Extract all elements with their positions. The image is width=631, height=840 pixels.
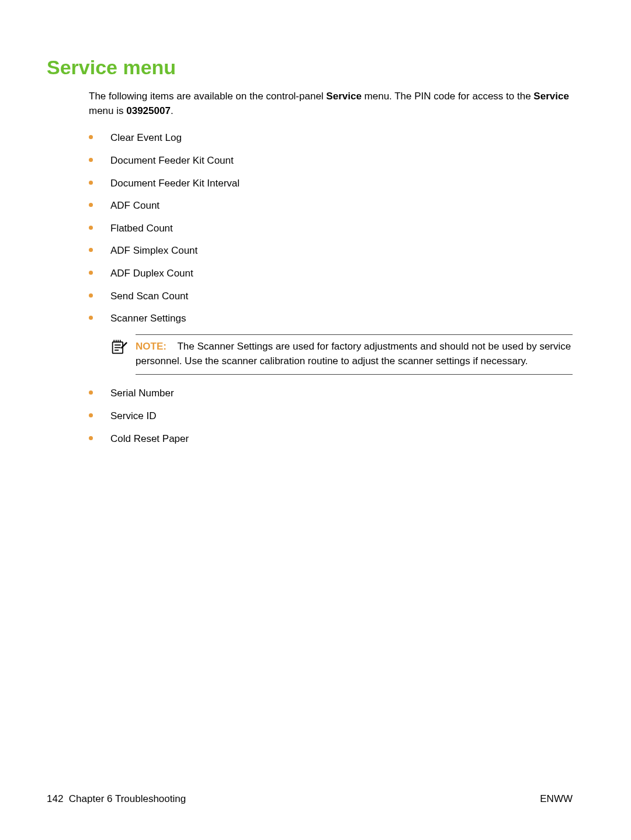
note-label: NOTE: bbox=[136, 341, 167, 352]
list-item: ADF Duplex Count bbox=[89, 267, 573, 281]
footer-left: 142 Chapter 6 Troubleshooting bbox=[47, 793, 186, 805]
list-item-label: Send Scan Count bbox=[110, 289, 573, 304]
list-item: Flatbed Count bbox=[89, 222, 573, 236]
list-item: Send Scan Count bbox=[89, 289, 573, 304]
list-item-label: ADF Count bbox=[110, 199, 573, 213]
list-item-label: Document Feeder Kit Interval bbox=[110, 177, 573, 191]
footer-right: ENWW bbox=[540, 793, 573, 805]
bullet-icon bbox=[89, 248, 93, 252]
bullet-icon bbox=[89, 316, 93, 320]
intro-part2: menu. The PIN code for access to the bbox=[362, 91, 534, 102]
bullet-icon bbox=[89, 293, 93, 298]
bullet-icon bbox=[89, 158, 93, 162]
list-item-label: ADF Duplex Count bbox=[110, 267, 573, 281]
intro-bold1: Service bbox=[326, 91, 362, 102]
list-item: Clear Event Log bbox=[89, 131, 573, 146]
note-block: NOTE: The Scanner Settings are used for … bbox=[111, 334, 573, 375]
list-item-label: Serial Number bbox=[110, 386, 573, 401]
list-item-label: Flatbed Count bbox=[110, 222, 573, 236]
intro-bold3: 03925007 bbox=[126, 105, 171, 116]
intro-part1: The following items are available on the… bbox=[89, 91, 326, 102]
bullet-icon bbox=[89, 413, 93, 417]
list-item: Cold Reset Paper bbox=[89, 432, 573, 447]
list-item: Service ID bbox=[89, 409, 573, 424]
service-menu-list-bottom: Serial Number Service ID Cold Reset Pape… bbox=[89, 386, 573, 446]
intro-part3: menu is bbox=[89, 105, 126, 116]
list-item: Document Feeder Kit Count bbox=[89, 154, 573, 168]
bullet-icon bbox=[89, 203, 93, 207]
bullet-icon bbox=[89, 436, 93, 440]
intro-part4: . bbox=[171, 105, 174, 116]
bullet-icon bbox=[89, 181, 93, 185]
list-item-label: Clear Event Log bbox=[110, 131, 573, 146]
bullet-icon bbox=[89, 135, 93, 139]
page-number: 142 bbox=[47, 793, 63, 804]
list-item-label: Document Feeder Kit Count bbox=[110, 154, 573, 168]
bullet-icon bbox=[89, 226, 93, 230]
note-icon bbox=[111, 338, 127, 354]
list-item: Document Feeder Kit Interval bbox=[89, 177, 573, 191]
page-footer: 142 Chapter 6 Troubleshooting ENWW bbox=[47, 793, 573, 805]
intro-paragraph: The following items are available on the… bbox=[89, 89, 573, 118]
bullet-icon bbox=[89, 390, 93, 395]
list-item-label: Scanner Settings bbox=[110, 312, 573, 326]
list-item: ADF Count bbox=[89, 199, 573, 213]
service-menu-list-top: Clear Event Log Document Feeder Kit Coun… bbox=[89, 131, 573, 326]
list-item: ADF Simplex Count bbox=[89, 244, 573, 258]
list-item-label: Service ID bbox=[110, 409, 573, 424]
list-item-label: ADF Simplex Count bbox=[110, 244, 573, 258]
list-item-label: Cold Reset Paper bbox=[110, 432, 573, 447]
bullet-icon bbox=[89, 271, 93, 275]
intro-bold2: Service bbox=[533, 91, 569, 102]
note-text: The Scanner Settings are used for factor… bbox=[136, 341, 571, 367]
list-item: Serial Number bbox=[89, 386, 573, 401]
page-heading: Service menu bbox=[47, 56, 573, 79]
list-item: Scanner Settings bbox=[89, 312, 573, 326]
chapter-label: Chapter 6 Troubleshooting bbox=[69, 793, 186, 804]
note-content: NOTE: The Scanner Settings are used for … bbox=[136, 334, 573, 375]
